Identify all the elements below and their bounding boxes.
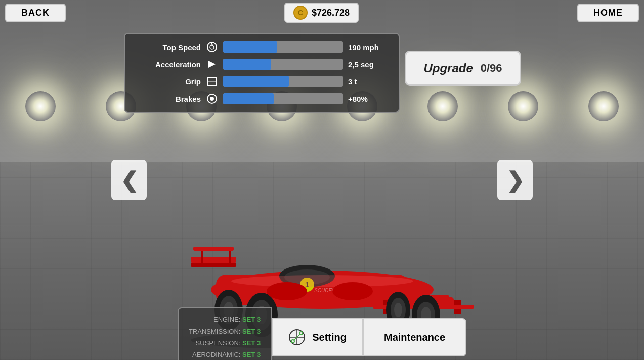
stats-panel: Top Speed 190 mph Acceleration 2,5 seg G…: [124, 33, 400, 113]
car-config-info: ENGINE: SET 3 TRANSMISSION: SET 3 SUSPEN…: [178, 307, 272, 360]
light-8: [588, 91, 619, 121]
light-6: [427, 91, 458, 121]
svg-point-1: [210, 45, 214, 49]
stat-bar-bg-acceleration: [223, 59, 343, 70]
currency-display: C $726.728: [284, 3, 359, 23]
upgrade-count: 0/96: [481, 62, 502, 75]
coin-icon: C: [293, 6, 308, 20]
engine-config: ENGINE: SET 3: [189, 313, 261, 325]
svg-point-40: [332, 282, 373, 300]
stat-bar-bg-grip: [223, 76, 343, 87]
transmission-config: TRANSMISSION: SET 3: [189, 326, 261, 337]
svg-rect-13: [229, 251, 231, 267]
right-arrow-icon: ❯: [506, 168, 524, 193]
setting-button[interactable]: Setting: [272, 318, 363, 356]
stat-value-topspeed: 190 mph: [348, 43, 389, 52]
stat-row-brakes: Brakes +80%: [135, 93, 389, 105]
back-button[interactable]: BACK: [5, 4, 66, 22]
stat-bar-fill-topspeed: [223, 41, 277, 53]
stat-bar-fill-brakes: [223, 93, 274, 104]
stat-bar-bg-topspeed: [223, 41, 343, 53]
currency-amount: $726.728: [312, 8, 350, 18]
stat-bar-bg-brakes: [223, 93, 343, 104]
stat-bar-fill-grip: [223, 76, 289, 87]
stat-label-acceleration: Acceleration: [135, 60, 201, 69]
stat-value-grip: 3 t: [348, 77, 389, 86]
stat-row-acceleration: Acceleration 2,5 seg: [135, 58, 389, 70]
aerodinamic-value: SET 3: [242, 351, 261, 358]
home-button[interactable]: HOME: [577, 4, 639, 22]
stat-row-grip: Grip 3 t: [135, 75, 389, 87]
suspension-value: SET 3: [242, 339, 261, 347]
svg-point-7: [210, 97, 214, 101]
svg-point-39: [267, 282, 307, 300]
stat-bar-fill-acceleration: [223, 59, 271, 70]
aerodinamic-config: AERODINAMIC: SET 3: [189, 349, 261, 360]
light-7: [508, 91, 538, 121]
stat-row-topspeed: Top Speed 190 mph: [135, 41, 389, 53]
light-1: [25, 91, 56, 121]
maintenance-label: Maintenance: [384, 332, 445, 343]
upgrade-button[interactable]: Upgrade 0/96: [405, 51, 521, 86]
setting-compass-icon: [288, 328, 306, 346]
stat-label-topspeed: Top Speed: [135, 43, 201, 52]
acceleration-icon: [206, 58, 218, 70]
suspension-config: SUSPENSION: SET 3: [189, 337, 261, 349]
upgrade-label: Upgrade: [423, 61, 473, 75]
stat-value-brakes: +80%: [348, 95, 389, 103]
svg-rect-11: [193, 247, 234, 251]
svg-point-37: [231, 275, 413, 287]
maintenance-button[interactable]: Maintenance: [363, 318, 466, 356]
engine-value: SET 3: [242, 316, 261, 323]
prev-car-button[interactable]: ❮: [111, 160, 147, 200]
bottom-panel: ENGINE: SET 3 TRANSMISSION: SET 3 SUSPEN…: [0, 314, 644, 360]
stat-label-grip: Grip: [135, 77, 201, 86]
grip-icon: [206, 75, 218, 87]
setting-label: Setting: [312, 332, 347, 343]
brakes-icon: [206, 93, 218, 105]
stat-label-brakes: Brakes: [135, 95, 201, 103]
top-bar: BACK C $726.728 HOME: [0, 0, 644, 25]
stat-value-acceleration: 2,5 seg: [348, 60, 389, 69]
left-arrow-icon: ❮: [120, 168, 138, 193]
transmission-value: SET 3: [242, 328, 261, 335]
svg-rect-12: [201, 251, 203, 267]
speed-icon: [206, 41, 218, 53]
svg-marker-3: [208, 61, 216, 68]
next-car-button[interactable]: ❯: [497, 160, 533, 200]
